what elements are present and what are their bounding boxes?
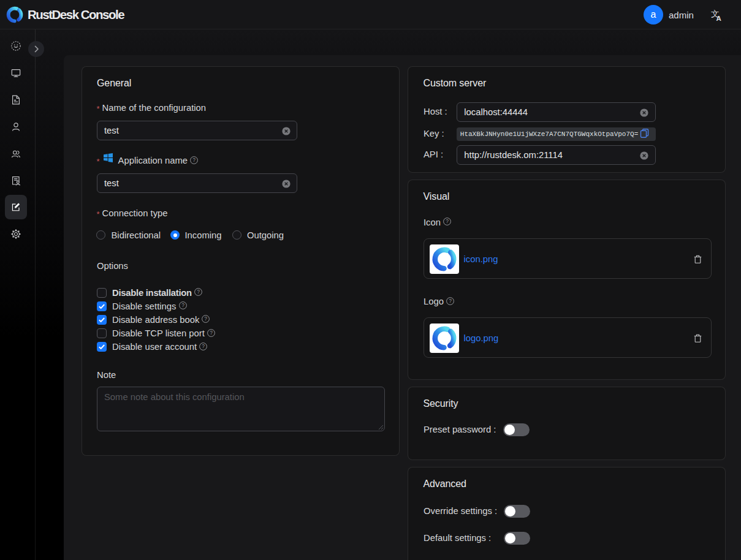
svg-text:A: A [716,15,721,21]
svg-text:?: ? [449,298,452,304]
svg-text:?: ? [197,289,200,295]
svg-text:?: ? [205,316,208,322]
svg-text:?: ? [181,303,184,309]
svg-text:?: ? [192,157,196,163]
svg-text:?: ? [202,343,205,349]
svg-text:?: ? [210,330,213,336]
svg-text:?: ? [446,218,449,224]
